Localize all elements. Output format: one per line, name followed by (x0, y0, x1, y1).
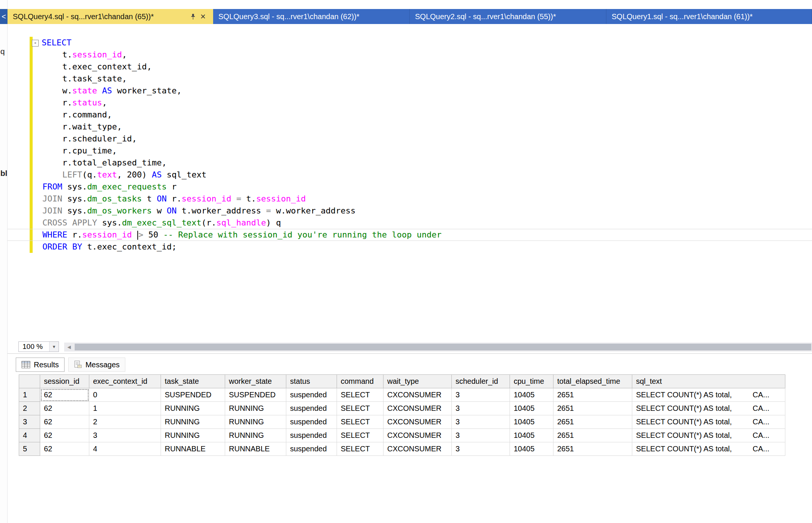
grid-cell[interactable]: SELECT COUNT(*) AS total, CA... (632, 388, 785, 402)
grid-cell[interactable]: SELECT (337, 429, 383, 442)
grid-cell[interactable]: CXCONSUMER (383, 388, 452, 402)
column-header-status[interactable]: status (286, 375, 337, 388)
grid-cell[interactable]: CXCONSUMER (383, 429, 452, 442)
grid-cell[interactable]: 62 (40, 429, 89, 442)
scroll-left-arrow-icon[interactable]: ◀ (64, 343, 74, 352)
grid-cell[interactable]: 4 (89, 442, 161, 456)
code-line[interactable]: r.wait_type, (7, 121, 812, 133)
grid-cell[interactable]: 62 (40, 388, 89, 402)
code-line[interactable]: -SELECT (7, 37, 812, 49)
grid-cell[interactable]: 2651 (553, 415, 632, 429)
tab-scroll-left-button[interactable]: < (0, 9, 8, 24)
code-line[interactable]: r.cpu_time, (7, 145, 812, 157)
grid-cell[interactable]: SELECT (337, 402, 383, 415)
grid-cell[interactable]: RUNNING (225, 429, 286, 442)
column-header-wait_type[interactable]: wait_type (383, 375, 452, 388)
pin-icon[interactable] (188, 14, 198, 20)
code-line[interactable]: t.exec_context_id, (7, 61, 812, 73)
grid-cell[interactable]: 2651 (553, 429, 632, 442)
row-number[interactable]: 3 (19, 415, 40, 429)
document-tab[interactable]: SQLQuery2.sql - sq...rver1\chandan (55))… (410, 9, 606, 24)
grid-cell[interactable]: RUNNING (161, 402, 225, 415)
sql-editor[interactable]: -SELECT t.session_id, t.exec_context_id,… (7, 24, 812, 341)
row-number[interactable]: 1 (19, 388, 40, 402)
code-line[interactable]: t.session_id, (7, 49, 812, 61)
code-line[interactable]: JOIN sys.dm_os_tasks t ON r.session_id =… (7, 193, 812, 205)
grid-cell[interactable]: suspended (286, 388, 337, 402)
grid-cell[interactable]: suspended (286, 429, 337, 442)
grid-cell[interactable]: 62 (40, 415, 89, 429)
grid-cell[interactable]: SELECT COUNT(*) AS total, CA... (632, 402, 785, 415)
grid-cell[interactable]: 3 (452, 415, 510, 429)
grid-cell[interactable]: 0 (89, 388, 161, 402)
code-line[interactable]: LEFT(q.text, 200) AS sql_text (7, 169, 812, 181)
row-number[interactable]: 2 (19, 402, 40, 415)
grid-cell[interactable]: RUNNABLE (225, 442, 286, 456)
column-header-exec_context_id[interactable]: exec_context_id (89, 375, 161, 388)
code-line[interactable]: CROSS APPLY sys.dm_exec_sql_text(r.sql_h… (7, 217, 812, 229)
row-number[interactable]: 4 (19, 429, 40, 442)
grid-cell[interactable]: 3 (452, 442, 510, 456)
document-tab[interactable]: SQLQuery3.sql - sq...rver1\chandan (62))… (213, 9, 410, 24)
row-number[interactable]: 5 (19, 442, 40, 456)
grid-cell[interactable]: SELECT COUNT(*) AS total, CA... (632, 415, 785, 429)
grid-cell[interactable]: 3 (452, 429, 510, 442)
code-line[interactable]: WHERE r.session_id > 50 -- Replace with … (7, 229, 812, 241)
grid-cell[interactable]: RUNNING (225, 402, 286, 415)
grid-cell[interactable]: 2651 (553, 442, 632, 456)
code-line[interactable]: r.command, (7, 109, 812, 121)
grid-cell[interactable]: SELECT (337, 388, 383, 402)
scrollbar-thumb[interactable] (75, 344, 811, 350)
grid-cell[interactable]: SELECT (337, 415, 383, 429)
grid-cell[interactable]: SUSPENDED (161, 388, 225, 402)
column-header-worker_state[interactable]: worker_state (225, 375, 286, 388)
code-line[interactable]: ORDER BY t.exec_context_id; (7, 241, 812, 253)
grid-cell[interactable]: 10405 (510, 415, 553, 429)
grid-cell[interactable]: 10405 (510, 388, 553, 402)
document-tab[interactable]: SQLQuery4.sql - sq...rver1\chandan (65))… (8, 9, 213, 24)
code-line[interactable]: r.scheduler_id, (7, 133, 812, 145)
grid-cell[interactable]: 10405 (510, 429, 553, 442)
horizontal-scrollbar[interactable]: ◀ (64, 343, 812, 352)
grid-cell[interactable]: suspended (286, 415, 337, 429)
tab-results[interactable]: Results (16, 358, 65, 372)
grid-cell[interactable]: RUNNABLE (161, 442, 225, 456)
grid-cell[interactable]: RUNNING (161, 415, 225, 429)
grid-cell[interactable]: 2651 (553, 388, 632, 402)
column-header-scheduler_id[interactable]: scheduler_id (452, 375, 510, 388)
code-line[interactable]: w.state AS worker_state, (7, 85, 812, 97)
grid-cell[interactable]: 62 (40, 442, 89, 456)
column-header-session_id[interactable]: session_id (40, 375, 89, 388)
column-header-total_elapsed_time[interactable]: total_elapsed_time (553, 375, 632, 388)
close-icon[interactable]: × (198, 12, 208, 21)
grid-cell[interactable]: 10405 (510, 402, 553, 415)
grid-cell[interactable]: CXCONSUMER (383, 402, 452, 415)
code-line[interactable]: FROM sys.dm_exec_requests r (7, 181, 812, 193)
grid-cell[interactable]: 2 (89, 415, 161, 429)
code-line[interactable]: r.status, (7, 97, 812, 109)
grid-corner[interactable] (19, 375, 40, 388)
grid-cell[interactable]: 1 (89, 402, 161, 415)
zoom-selector[interactable]: 100 % ▼ (18, 341, 59, 352)
grid-cell[interactable]: suspended (286, 402, 337, 415)
grid-cell[interactable]: RUNNING (161, 429, 225, 442)
grid-cell[interactable]: 3 (89, 429, 161, 442)
column-header-task_state[interactable]: task_state (161, 375, 225, 388)
grid-cell[interactable]: SELECT COUNT(*) AS total, CA... (632, 442, 785, 456)
grid-cell[interactable]: SUSPENDED (225, 388, 286, 402)
grid-cell[interactable]: CXCONSUMER (383, 442, 452, 456)
grid-cell[interactable]: RUNNING (225, 415, 286, 429)
grid-cell[interactable]: suspended (286, 442, 337, 456)
collapse-toggle[interactable]: - (32, 40, 39, 47)
grid-cell[interactable]: 2651 (553, 402, 632, 415)
grid-cell[interactable]: 3 (452, 388, 510, 402)
grid-cell[interactable]: SELECT COUNT(*) AS total, CA... (632, 429, 785, 442)
code-line[interactable]: JOIN sys.dm_os_workers w ON t.worker_add… (7, 205, 812, 217)
grid-cell[interactable]: SELECT (337, 442, 383, 456)
grid-cell[interactable]: 10405 (510, 442, 553, 456)
code-line[interactable]: r.total_elapsed_time, (7, 157, 812, 169)
tab-messages[interactable]: Messages (68, 358, 125, 372)
grid-cell[interactable]: 3 (452, 402, 510, 415)
column-header-cpu_time[interactable]: cpu_time (510, 375, 553, 388)
column-header-sql_text[interactable]: sql_text (632, 375, 785, 388)
